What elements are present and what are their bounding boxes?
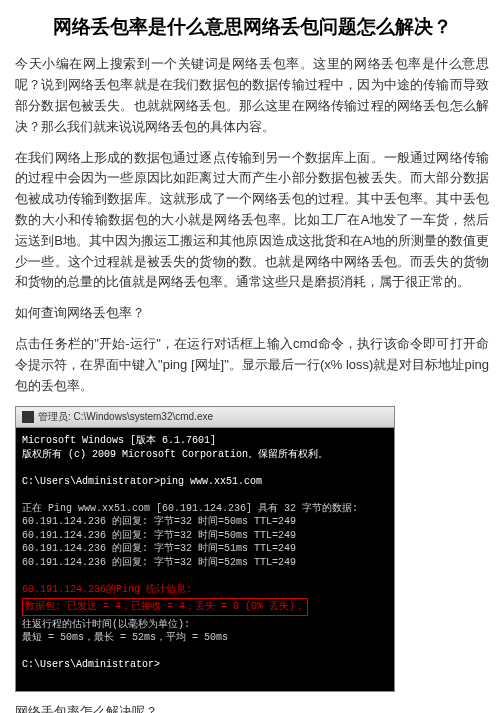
ping-time-header: 往返行程的估计时间(以毫秒为单位):: [22, 618, 388, 632]
query-instruction: 点击任务栏的"开始-运行"，在运行对话框上输入cmd命令，执行该命令即可打开命令…: [15, 334, 489, 396]
terminal-prompt-2: C:\Users\Administrator>: [22, 658, 388, 672]
ping-reply-4: 60.191.124.236 的回复: 字节=32 时间=52ms TTL=24…: [22, 556, 388, 570]
terminal-line-header: Microsoft Windows [版本 6.1.7601]: [22, 434, 388, 448]
ping-time-values: 最短 = 50ms，最长 = 52ms，平均 = 50ms: [22, 631, 388, 645]
ping-reply-2: 60.191.124.236 的回复: 字节=32 时间=50ms TTL=24…: [22, 529, 388, 543]
terminal-body: Microsoft Windows [版本 6.1.7601] 版权所有 (c)…: [16, 428, 394, 691]
page-title: 网络丢包率是什么意思网络丢包问题怎么解决？: [15, 12, 489, 42]
terminal-prompt-1: C:\Users\Administrator>ping www.xx51.com: [22, 475, 388, 489]
ping-stats-header: 60.191.124.236的Ping 统计信息:: [22, 583, 388, 597]
ping-reply-3: 60.191.124.236 的回复: 字节=32 时间=51ms TTL=24…: [22, 542, 388, 556]
terminal-icon: [22, 411, 34, 423]
terminal-titlebar: 管理员: C:\Windows\system32\cmd.exe: [16, 407, 394, 428]
intro-paragraph-1: 今天小编在网上搜索到一个关键词是网络丢包率。这里的网络丢包率是什么意思呢？说到网…: [15, 54, 489, 137]
how-solve-heading: 网络丢包率怎么解决呢？: [15, 702, 489, 713]
ping-stats-packets: 数据包: 已发送 = 4，已接收 = 4，丢失 = 0 (0% 丢失)，: [22, 598, 308, 616]
cmd-terminal-window: 管理员: C:\Windows\system32\cmd.exe Microso…: [15, 406, 395, 692]
terminal-title: 管理员: C:\Windows\system32\cmd.exe: [38, 409, 213, 425]
ping-header: 正在 Ping www.xx51.com [60.191.124.236] 具有…: [22, 502, 388, 516]
terminal-line-copyright: 版权所有 (c) 2009 Microsoft Corporation。保留所有…: [22, 448, 388, 462]
intro-paragraph-2: 在我们网络上形成的数据包通过逐点传输到另一个数据库上面。一般通过网络传输的过程中…: [15, 148, 489, 294]
how-query-heading: 如何查询网络丢包率？: [15, 303, 489, 324]
ping-reply-1: 60.191.124.236 的回复: 字节=32 时间=50ms TTL=24…: [22, 515, 388, 529]
